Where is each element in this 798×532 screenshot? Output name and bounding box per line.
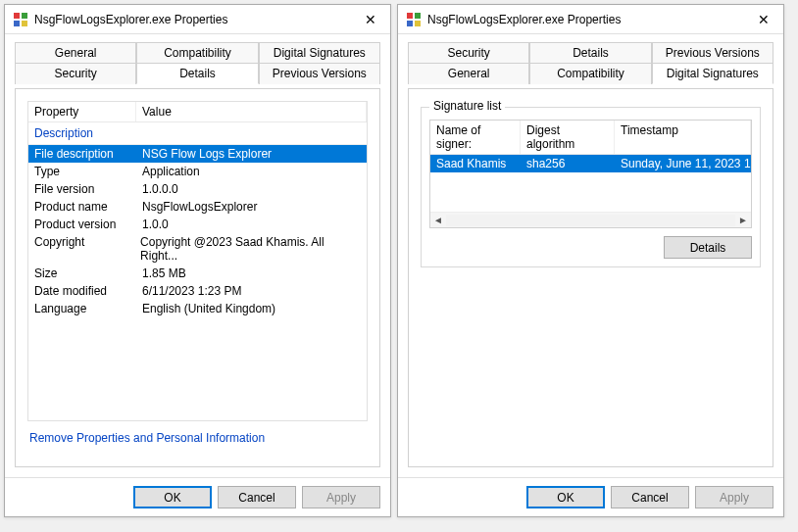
svg-rect-2 [14, 21, 20, 26]
properties-dialog-signatures: NsgFlowLogsExplorer.exe Properties ✕ Sec… [397, 4, 784, 517]
prop-value: 1.0.0.0 [142, 182, 178, 196]
section-description: Description [28, 122, 367, 145]
signature-list-group: Signature list Name of signer: Digest al… [421, 107, 761, 267]
sig-timestamp: Sunday, June 11, 2023 1:23:1 [615, 155, 751, 172]
group-legend: Signature list [429, 99, 505, 113]
cancel-button[interactable]: Cancel [218, 486, 296, 508]
digest-alg: sha256 [521, 155, 615, 172]
horizontal-scrollbar[interactable]: ◄ ► [430, 212, 751, 227]
signature-row[interactable]: Saad Khamis sha256 Sunday, June 11, 2023… [430, 155, 751, 172]
prop-value: NsgFlowLogsExplorer [142, 200, 257, 214]
col-value[interactable]: Value [136, 102, 367, 121]
button-bar: OK Cancel Apply [5, 477, 390, 516]
scroll-track[interactable] [446, 215, 735, 226]
signatures-panel: Signature list Name of signer: Digest al… [408, 88, 773, 467]
ok-button[interactable]: OK [133, 486, 212, 508]
signer-name: Saad Khamis [430, 155, 521, 172]
scroll-right-icon[interactable]: ► [735, 215, 751, 225]
tab-details[interactable]: Details [136, 63, 258, 84]
details-button[interactable]: Details [664, 236, 752, 259]
table-row[interactable]: Language English (United Kingdom) [28, 300, 367, 317]
content-area: General Compatibility Digital Signatures… [5, 34, 390, 477]
svg-rect-1 [22, 13, 27, 19]
window-title: NsgFlowLogsExplorer.exe Properties [34, 13, 357, 26]
titlebar: NsgFlowLogsExplorer.exe Properties ✕ [5, 5, 390, 34]
tab-general[interactable]: General [15, 42, 136, 63]
table-row[interactable]: Date modified 6/11/2023 1:23 PM [28, 282, 367, 300]
list-empty-area [430, 172, 751, 212]
properties-dialog-details: NsgFlowLogsExplorer.exe Properties ✕ Gen… [4, 4, 391, 517]
tab-security[interactable]: Security [15, 63, 136, 84]
prop-name: File description [34, 147, 142, 161]
tab-control: Security Details Previous Versions Gener… [408, 42, 773, 84]
table-row[interactable]: File description NSG Flow Logs Explorer [28, 145, 367, 163]
titlebar: NsgFlowLogsExplorer.exe Properties ✕ [398, 5, 783, 34]
scroll-left-icon[interactable]: ◄ [430, 215, 446, 225]
close-button[interactable]: ✕ [357, 10, 384, 29]
spacer [421, 267, 761, 455]
prop-name: Copyright [34, 235, 140, 263]
prop-name: Date modified [34, 284, 142, 298]
tab-previous-versions[interactable]: Previous Versions [652, 42, 773, 63]
details-panel: Property Value Description File descript… [15, 88, 380, 467]
cancel-button[interactable]: Cancel [611, 486, 689, 508]
tab-digital-signatures[interactable]: Digital Signatures [652, 63, 773, 84]
prop-value: NSG Flow Logs Explorer [142, 147, 272, 161]
svg-rect-3 [22, 21, 27, 26]
prop-value: 1.85 MB [142, 266, 186, 280]
table-row[interactable]: Size 1.85 MB [28, 265, 367, 282]
col-property[interactable]: Property [28, 102, 136, 121]
remove-properties-link[interactable]: Remove Properties and Personal Informati… [29, 431, 265, 445]
tab-details[interactable]: Details [529, 42, 651, 63]
link-row: Remove Properties and Personal Informati… [27, 421, 368, 455]
svg-rect-4 [407, 13, 413, 19]
tab-security[interactable]: Security [408, 42, 529, 63]
apply-button[interactable]: Apply [695, 486, 773, 508]
prop-name: Language [34, 302, 142, 315]
prop-value: 1.0.0 [142, 218, 169, 231]
table-row[interactable]: File version 1.0.0.0 [28, 180, 367, 198]
tab-compatibility[interactable]: Compatibility [529, 63, 651, 84]
col-digest[interactable]: Digest algorithm [521, 121, 615, 154]
table-row[interactable]: Product name NsgFlowLogsExplorer [28, 198, 367, 216]
prop-value: 6/11/2023 1:23 PM [142, 284, 241, 298]
prop-name: Type [34, 165, 142, 178]
button-bar: OK Cancel Apply [398, 477, 783, 516]
svg-rect-5 [415, 13, 421, 19]
app-icon [406, 12, 422, 27]
tab-digital-signatures[interactable]: Digital Signatures [259, 42, 380, 63]
prop-name: Product name [34, 200, 142, 214]
window-title: NsgFlowLogsExplorer.exe Properties [427, 13, 750, 26]
tab-control: General Compatibility Digital Signatures… [15, 42, 380, 84]
close-button[interactable]: ✕ [750, 10, 777, 29]
tab-compatibility[interactable]: Compatibility [136, 42, 258, 63]
tab-previous-versions[interactable]: Previous Versions [259, 63, 380, 84]
tab-general[interactable]: General [408, 63, 529, 84]
table-row[interactable]: Type Application [28, 163, 367, 180]
prop-name: Product version [34, 218, 142, 231]
table-row[interactable]: Copyright Copyright @2023 Saad Khamis. A… [28, 233, 367, 265]
prop-name: Size [34, 266, 142, 280]
prop-value: English (United Kingdom) [142, 302, 275, 315]
prop-name: File version [34, 182, 142, 196]
svg-rect-7 [415, 21, 421, 26]
prop-value: Copyright @2023 Saad Khamis. All Right..… [140, 235, 361, 263]
col-timestamp[interactable]: Timestamp [615, 121, 751, 154]
svg-rect-6 [407, 21, 413, 26]
property-table: Property Value Description File descript… [27, 101, 368, 421]
col-signer[interactable]: Name of signer: [430, 121, 521, 154]
prop-value: Application [142, 165, 200, 178]
content-area: Security Details Previous Versions Gener… [398, 34, 783, 477]
ok-button[interactable]: OK [526, 486, 605, 508]
apply-button[interactable]: Apply [302, 486, 380, 508]
signature-list: Name of signer: Digest algorithm Timesta… [429, 120, 752, 228]
app-icon [13, 12, 28, 27]
table-row[interactable]: Product version 1.0.0 [28, 216, 367, 233]
svg-rect-0 [14, 13, 20, 19]
